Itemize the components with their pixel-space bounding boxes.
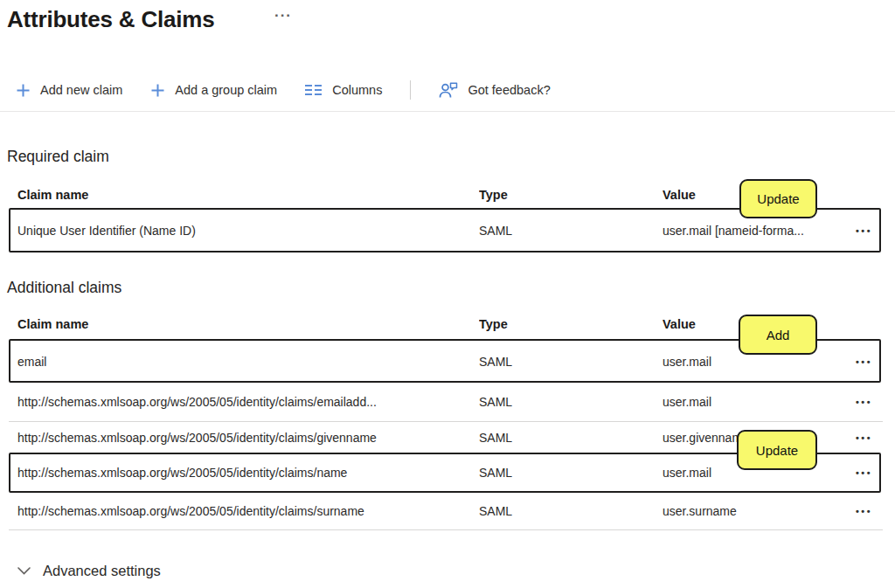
claim-name-cell: http://schemas.xmlsoap.org/ws/2005/05/id…: [17, 466, 479, 480]
command-bar: Add new claim Add a group claim Columns: [16, 77, 551, 103]
columns-button[interactable]: Columns: [305, 83, 382, 97]
row-menu-button[interactable]: •••: [808, 397, 883, 407]
claim-value-cell: user.mail: [663, 355, 808, 369]
claim-type-cell: SAML: [479, 466, 663, 480]
column-header-claim-name: Claim name: [17, 317, 479, 331]
attributes-claims-page: Attributes & Claims ··· Add new claim Ad…: [0, 0, 895, 588]
row-separator: [9, 421, 883, 422]
add-group-claim-button[interactable]: Add a group claim: [150, 83, 277, 98]
add-new-claim-label: Add new claim: [40, 83, 122, 97]
add-group-claim-label: Add a group claim: [175, 83, 277, 97]
row-menu-button[interactable]: •••: [808, 467, 883, 478]
title-more-options-button[interactable]: ···: [274, 7, 292, 24]
required-claim-heading: Required claim: [7, 148, 109, 166]
claim-name-cell: http://schemas.xmlsoap.org/ws/2005/05/id…: [17, 395, 479, 409]
row-separator: [9, 529, 883, 530]
claim-type-cell: SAML: [479, 504, 663, 518]
row-menu-button[interactable]: •••: [808, 506, 883, 516]
page-title: Attributes & Claims: [7, 6, 214, 33]
row-menu-button[interactable]: •••: [808, 356, 883, 367]
claim-type-cell: SAML: [479, 395, 663, 409]
add-new-claim-button[interactable]: Add new claim: [16, 83, 122, 98]
claim-type-cell: SAML: [479, 355, 663, 369]
row-menu-button[interactable]: •••: [808, 432, 883, 443]
advanced-settings-toggle[interactable]: Advanced settings: [17, 563, 161, 579]
annotation-sticker-update-name: Update: [737, 430, 817, 470]
row-menu-button[interactable]: •••: [808, 225, 883, 236]
columns-label: Columns: [332, 83, 382, 97]
claim-name-cell: http://schemas.xmlsoap.org/ws/2005/05/id…: [17, 504, 479, 518]
claim-value-cell: user.mail: [663, 395, 808, 409]
claim-name-cell: http://schemas.xmlsoap.org/ws/2005/05/id…: [17, 431, 479, 445]
claim-name-cell: Unique User Identifier (Name ID): [17, 224, 479, 238]
additional-claims-heading: Additional claims: [7, 279, 121, 297]
column-header-type: Type: [479, 317, 663, 331]
claim-row-surname[interactable]: http://schemas.xmlsoap.org/ws/2005/05/id…: [0, 492, 895, 529]
claim-value-cell: user.mail [nameid-forma...: [663, 224, 808, 238]
advanced-settings-label: Advanced settings: [43, 563, 161, 579]
columns-icon: [305, 84, 323, 96]
got-feedback-label: Got feedback?: [468, 83, 550, 97]
chevron-down-icon: [17, 567, 31, 575]
plus-icon: [150, 83, 165, 98]
feedback-icon: [439, 82, 458, 99]
toolbar-divider: [410, 80, 411, 100]
toolbar-rule: [0, 111, 895, 112]
got-feedback-button[interactable]: Got feedback?: [439, 82, 550, 99]
column-header-claim-name: Claim name: [17, 188, 479, 202]
annotation-sticker-update-required: Update: [739, 179, 817, 218]
claim-name-cell: email: [17, 355, 479, 369]
claim-row-emailaddress[interactable]: http://schemas.xmlsoap.org/ws/2005/05/id…: [0, 383, 895, 421]
claim-type-cell: SAML: [479, 431, 663, 445]
plus-icon: [16, 83, 31, 98]
claim-value-cell: user.surname: [663, 504, 808, 518]
column-header-type: Type: [479, 188, 663, 202]
claim-type-cell: SAML: [479, 224, 663, 238]
annotation-sticker-add-email: Add: [739, 315, 817, 355]
